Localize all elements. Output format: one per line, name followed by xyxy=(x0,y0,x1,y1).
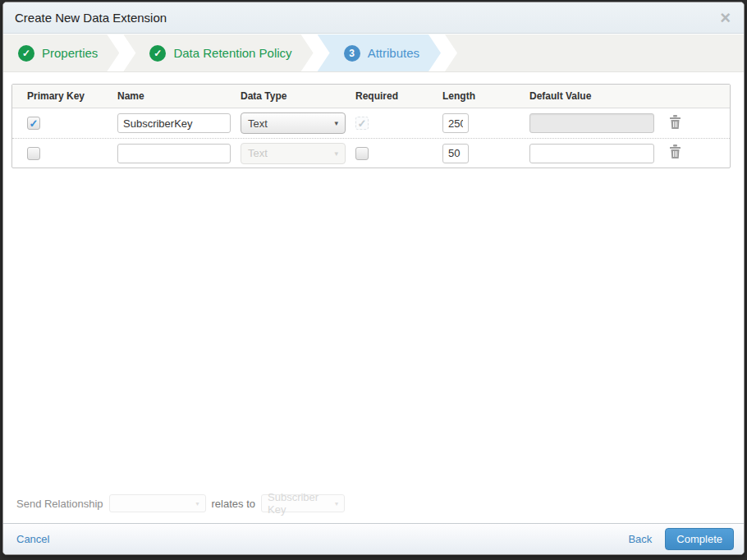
send-relationship-field-select: ▾ xyxy=(109,494,206,512)
data-type-select: Text ▾ xyxy=(241,143,346,164)
content-spacer xyxy=(3,168,744,494)
complete-button[interactable]: Complete xyxy=(665,528,734,550)
modal-titlebar: Create New Data Extension × xyxy=(3,2,744,34)
data-type-value: Text xyxy=(248,147,268,159)
header-data-type: Data Type xyxy=(241,90,355,102)
close-icon[interactable]: × xyxy=(718,9,732,27)
name-input[interactable] xyxy=(117,144,231,163)
chevron-down-icon: ▾ xyxy=(196,500,199,507)
length-input[interactable] xyxy=(442,113,469,133)
chevron-down-icon: ▾ xyxy=(334,149,338,158)
chevron-down-icon: ▾ xyxy=(334,119,338,127)
trash-icon[interactable] xyxy=(668,144,682,159)
send-relationship-row: Send Relationship ▾ relates to Subscribe… xyxy=(3,494,744,523)
table-row: Text ▾ xyxy=(12,138,730,168)
data-type-select[interactable]: Text ▾ xyxy=(241,112,346,134)
primary-key-checkbox[interactable] xyxy=(27,147,40,160)
create-data-extension-modal: Create New Data Extension × ✓ Properties… xyxy=(2,2,745,555)
header-name: Name xyxy=(117,90,241,102)
primary-key-checkbox[interactable]: ✓ xyxy=(27,117,40,130)
data-type-value: Text xyxy=(248,117,268,130)
chevron-down-icon: ▾ xyxy=(335,500,338,507)
header-length: Length xyxy=(442,90,529,102)
send-relationship-label: Send Relationship xyxy=(16,498,103,510)
step-properties[interactable]: ✓ Properties xyxy=(3,34,119,71)
header-required: Required xyxy=(355,90,442,102)
step-data-retention-label: Data Retention Policy xyxy=(173,46,291,60)
header-default-value: Default Value xyxy=(529,90,665,102)
step-number-icon: 3 xyxy=(344,45,360,62)
step-complete-icon: ✓ xyxy=(149,45,166,62)
header-primary-key: Primary Key xyxy=(27,90,117,102)
cancel-link[interactable]: Cancel xyxy=(16,533,49,545)
modal-footer: Cancel Back Complete xyxy=(3,523,744,554)
default-value-input xyxy=(529,113,654,133)
modal-content: Primary Key Name Data Type Required Leng… xyxy=(3,72,744,523)
modal-title: Create New Data Extension xyxy=(15,11,167,25)
back-link[interactable]: Back xyxy=(628,533,652,545)
step-bar-filler xyxy=(445,34,744,71)
checkmark-icon: ✓ xyxy=(30,118,39,129)
step-data-retention-policy[interactable]: ✓ Data Retention Policy xyxy=(123,34,313,71)
name-input[interactable] xyxy=(117,113,231,133)
subscriber-key-select: Subscriber Key ▾ xyxy=(261,494,345,512)
trash-icon[interactable] xyxy=(668,114,682,130)
step-attributes-label: Attributes xyxy=(368,46,419,60)
subscriber-key-value: Subscriber Key xyxy=(268,491,335,516)
length-input[interactable] xyxy=(442,144,469,163)
table-row: ✓ Text ▾ ✓ xyxy=(12,108,730,138)
wizard-steps: ✓ Properties ✓ Data Retention Policy 3 A… xyxy=(3,34,744,72)
checkmark-icon: ✓ xyxy=(358,118,367,129)
relates-to-label: relates to xyxy=(212,498,255,510)
step-complete-icon: ✓ xyxy=(18,45,34,62)
step-attributes[interactable]: 3 Attributes xyxy=(318,34,441,71)
attributes-table: Primary Key Name Data Type Required Leng… xyxy=(11,84,731,168)
required-checkbox[interactable] xyxy=(355,147,369,160)
default-value-input[interactable] xyxy=(529,144,654,163)
attributes-table-header: Primary Key Name Data Type Required Leng… xyxy=(12,85,730,108)
step-properties-label: Properties xyxy=(42,46,98,60)
required-checkbox: ✓ xyxy=(355,117,369,130)
